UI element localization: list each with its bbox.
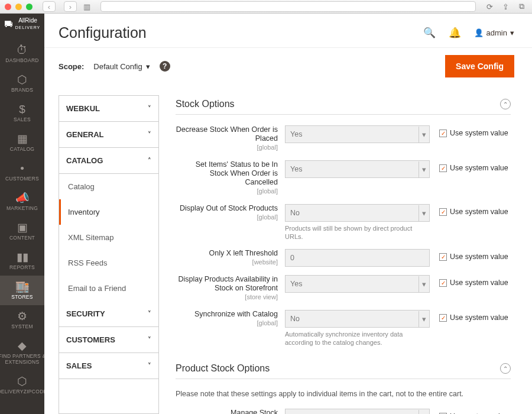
use-system-value[interactable]: ✓ Use system value xyxy=(439,125,508,137)
max-window-dot[interactable] xyxy=(26,4,33,10)
field-note: Automatically synchronize inventory data… xyxy=(285,330,430,347)
tree-item-email-to-a-friend[interactable]: Email to a Friend xyxy=(59,276,158,301)
back-button[interactable]: ‹ xyxy=(43,1,56,12)
collapse-icon[interactable]: ⌃ xyxy=(500,99,511,109)
checkbox[interactable]: ✓ xyxy=(439,253,447,261)
use-system-value[interactable]: ✓ Use system value xyxy=(439,249,508,261)
section-title: Product Stock Options xyxy=(176,363,270,374)
chevron-down-icon: ▾ xyxy=(419,410,429,415)
scope-hint: [global] xyxy=(176,187,278,196)
url-bar[interactable] xyxy=(100,1,476,12)
logo: ⛟ AllRideDELIVERY xyxy=(4,17,41,31)
sidebar-item-brands[interactable]: ⬡BRANDS xyxy=(0,69,44,98)
user-menu[interactable]: 👤 admin ▾ xyxy=(474,28,514,37)
sidebar-item-deliveryzipcode[interactable]: ⬡DELIVERYZIPCODE xyxy=(0,370,44,400)
use-system-label: Use system value xyxy=(450,313,508,322)
checkbox[interactable]: ✓ xyxy=(439,279,447,287)
field-label: Only X left Threshold[website] xyxy=(176,249,285,267)
checkbox[interactable]: ✓ xyxy=(439,164,447,172)
sidebar-item-reports[interactable]: ▮▮REPORTS xyxy=(0,246,44,276)
config-field: Only X left Threshold[website] ✓ Use sys… xyxy=(176,249,511,267)
sidebar-item-marketing[interactable]: 📣MARKETING xyxy=(0,187,44,216)
sidebar-icon[interactable]: ▥ xyxy=(81,2,93,11)
sidebar-item-label: REPORTS xyxy=(8,264,36,270)
sidebar-icon: ⏱ xyxy=(17,44,28,56)
select-value: Yes xyxy=(290,130,302,138)
tree-item-catalog[interactable]: Catalog xyxy=(59,174,158,199)
sidebar-icon: ◆ xyxy=(18,340,27,351)
tree-section-security[interactable]: SECURITY˅ xyxy=(59,301,158,327)
settings-panel: Stock Options ⌃ Decrease Stock When Orde… xyxy=(176,95,514,414)
sidebar-item-label: DASHBOARD xyxy=(4,57,40,63)
select[interactable]: Yes▾ xyxy=(285,160,430,178)
sidebar-item-find-partners-extensions[interactable]: ◆FIND PARTNERS & EXTENSIONS xyxy=(0,335,44,370)
use-system-value[interactable]: ✓ Use system value xyxy=(439,275,508,287)
collapse-icon[interactable]: ⌃ xyxy=(500,363,511,374)
tree-section-catalog[interactable]: CATALOG˄ xyxy=(59,148,158,174)
field-label: Display Products Availability in Stock o… xyxy=(176,275,285,302)
tree-section-sales[interactable]: SALES˅ xyxy=(59,353,158,379)
scope-select[interactable]: Default Config ▾ xyxy=(93,62,150,71)
chevron-down-icon: ˅ xyxy=(148,105,151,112)
tree-section-general[interactable]: GENERAL˅ xyxy=(59,122,158,148)
sidebar-icon: ▮▮ xyxy=(17,251,28,263)
sidebar-item-label: STORES xyxy=(10,294,34,300)
checkbox[interactable]: ✓ xyxy=(439,208,447,216)
help-icon[interactable]: ? xyxy=(160,61,170,72)
sidebar-item-customers[interactable]: •CUSTOMERS xyxy=(0,157,44,187)
checkbox[interactable]: ✓ xyxy=(439,130,447,137)
chevron-down-icon: ▾ xyxy=(146,62,150,71)
min-window-dot[interactable] xyxy=(15,4,22,10)
notifications-icon[interactable]: 🔔 xyxy=(449,27,461,39)
field-label: Set Items' Status to be In Stock When Or… xyxy=(176,160,285,196)
section-header-stock-options[interactable]: Stock Options ⌃ xyxy=(176,95,511,115)
checkbox[interactable]: ✓ xyxy=(439,314,447,322)
select[interactable]: Yes▾ xyxy=(285,409,430,414)
sidebar-item-sales[interactable]: $SALES xyxy=(0,98,44,128)
search-icon[interactable]: 🔍 xyxy=(423,27,436,39)
save-config-button[interactable]: Save Config xyxy=(445,55,514,77)
tree-section-label: WEBKUL xyxy=(66,104,100,113)
select[interactable]: No▾ xyxy=(285,310,430,328)
tree-section-webkul[interactable]: WEBKUL˅ xyxy=(59,96,158,122)
chevron-down-icon: ▾ xyxy=(419,127,429,143)
select[interactable]: No▾ xyxy=(285,204,430,222)
select-value: Yes xyxy=(290,280,302,288)
share-icon[interactable]: ⇪ xyxy=(499,2,511,11)
tree-section-label: CUSTOMERS xyxy=(66,335,115,344)
use-system-value[interactable]: ✓ Use system value xyxy=(439,409,508,414)
sidebar-item-stores[interactable]: 🏬STORES xyxy=(0,276,44,305)
config-field: Set Items' Status to be In Stock When Or… xyxy=(176,160,511,196)
tree-section-customers[interactable]: CUSTOMERS˅ xyxy=(59,327,158,353)
tree-section-label: GENERAL xyxy=(66,130,104,139)
logo-brand: AllRide xyxy=(18,17,37,24)
scope-hint: [global] xyxy=(176,213,278,222)
use-system-value[interactable]: ✓ Use system value xyxy=(439,310,508,322)
sidebar-item-system[interactable]: ⚙SYSTEM xyxy=(0,305,44,335)
chevron-down-icon: ▾ xyxy=(510,28,514,37)
text-input[interactable] xyxy=(285,249,430,267)
select-value: Yes xyxy=(290,165,302,173)
tabs-icon[interactable]: ⧉ xyxy=(515,2,527,11)
use-system-value[interactable]: ✓ Use system value xyxy=(439,204,508,216)
select-value: No xyxy=(290,209,300,217)
select-value: No xyxy=(290,315,300,323)
tree-item-xml-sitemap[interactable]: XML Sitemap xyxy=(59,225,158,250)
reload-icon[interactable]: ⟳ xyxy=(484,2,495,11)
sidebar-item-content[interactable]: ▣CONTENT xyxy=(0,216,44,246)
close-window-dot[interactable] xyxy=(5,4,11,10)
sidebar-item-label: CUSTOMERS xyxy=(4,176,40,182)
section-header-product-stock-options[interactable]: Product Stock Options ⌃ xyxy=(176,360,511,379)
select[interactable]: Yes▾ xyxy=(285,275,430,293)
tree-item-inventory[interactable]: Inventory xyxy=(59,199,158,225)
use-system-value[interactable]: ✓ Use system value xyxy=(439,160,508,172)
chevron-down-icon: ˅ xyxy=(148,131,151,138)
select[interactable]: Yes▾ xyxy=(285,125,430,143)
config-field: Display Products Availability in Stock o… xyxy=(176,275,511,302)
forward-button[interactable]: › xyxy=(64,1,77,12)
tree-item-rss-feeds[interactable]: RSS Feeds xyxy=(59,250,158,276)
scope-hint: [global] xyxy=(176,143,278,152)
scope-hint: [website] xyxy=(176,258,278,267)
sidebar-item-catalog[interactable]: ▦CATALOG xyxy=(0,128,44,157)
sidebar-item-dashboard[interactable]: ⏱DASHBOARD xyxy=(0,39,44,69)
